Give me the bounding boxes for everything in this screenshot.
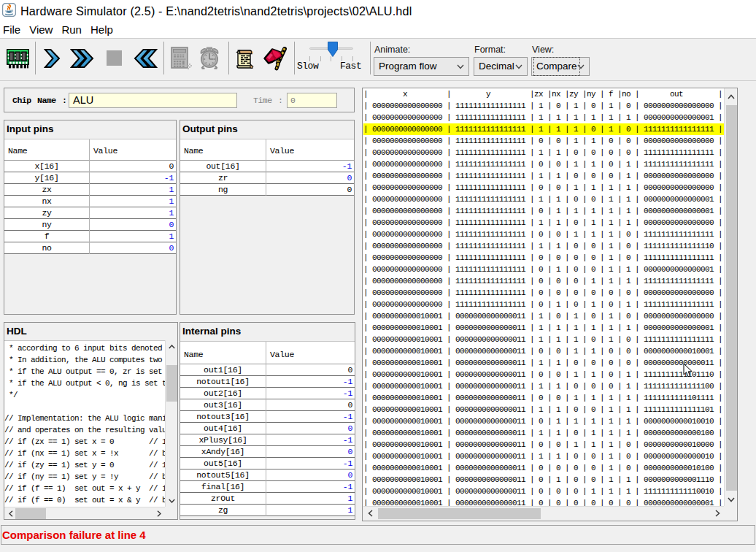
- hdl-source-view[interactable]: * according to 6 input bits denoted zx,n…: [4, 340, 165, 507]
- scrollbar-thumb[interactable]: [15, 508, 46, 519]
- pin-row[interactable]: out5[16]-1: [180, 458, 355, 469]
- compare-row: | 0000000000010001 | 0000000000000011 | …: [363, 357, 724, 369]
- pin-value: 0: [169, 242, 174, 253]
- status-bar: Comparison failure at line 4: [1, 525, 755, 545]
- pin-name: final[16]: [180, 481, 266, 492]
- pin-row[interactable]: final[16]-1: [180, 481, 355, 493]
- pin-row[interactable]: out1[16]0: [180, 364, 355, 376]
- pin-name: ny: [4, 219, 89, 230]
- pin-row[interactable]: ng0: [180, 184, 354, 196]
- pin-row[interactable]: notout5[16]0: [180, 469, 355, 481]
- pin-row[interactable]: x[16]0: [4, 161, 176, 172]
- internal-pins-table[interactable]: NameValueout1[16]0notout1[16]-1out2[16]-…: [180, 341, 355, 516]
- scrollbar-corner: [724, 506, 737, 519]
- pin-value: -1: [342, 161, 352, 172]
- column-header-value: Value: [270, 350, 294, 359]
- pin-name: out3[16]: [180, 399, 266, 410]
- breakpoints-flag-icon[interactable]: [263, 46, 288, 71]
- chip-header-panel: Chip Name : ALU Time : 0: [4, 88, 355, 112]
- pin-row[interactable]: notout3[16]-1: [180, 411, 355, 423]
- column-header-name: Name: [8, 146, 27, 156]
- clock-icon[interactable]: [198, 46, 220, 70]
- menu-bar: FileViewRunHelp: [0, 22, 756, 39]
- run-icon[interactable]: [70, 48, 95, 69]
- input-pins-table[interactable]: NameValuex[16]0y[16]-1zx1nx1zy1ny0f1no0: [4, 139, 176, 254]
- pin-name: nx: [4, 196, 89, 207]
- pin-row[interactable]: out4[16]0: [180, 423, 355, 434]
- pin-row[interactable]: zr0: [180, 172, 354, 184]
- output-pins-table[interactable]: NameValueout[16]-1zr0ng0: [180, 139, 354, 196]
- chip-name-input[interactable]: ALU: [69, 93, 237, 108]
- compare-horizontal-scrollbar[interactable]: [363, 506, 724, 519]
- pin-value: 0: [169, 219, 174, 230]
- compare-row: | 0000000000010001 | 0000000000000011 | …: [363, 369, 724, 380]
- pin-name: ng: [180, 184, 266, 195]
- scroll-right-button[interactable]: [153, 507, 165, 520]
- chevron-right-icon: [157, 510, 161, 517]
- time-input[interactable]: 0: [287, 93, 337, 108]
- scrollbar-thumb[interactable]: [726, 105, 737, 491]
- reset-icon[interactable]: [131, 48, 158, 69]
- chevron-left-icon: [9, 510, 13, 517]
- single-step-icon[interactable]: [44, 48, 61, 69]
- animate-dropdown[interactable]: Program flow: [374, 57, 469, 76]
- scroll-up-button[interactable]: [166, 340, 178, 353]
- compare-row: | 0000000000010001 | 0000000000000011 | …: [363, 334, 724, 345]
- scroll-left-button[interactable]: [363, 507, 377, 520]
- calculator-icon[interactable]: [171, 47, 193, 70]
- pin-row[interactable]: ny0: [4, 219, 176, 231]
- pin-row[interactable]: out3[16]0: [180, 399, 355, 411]
- hdl-line: // if (zx == 1) set x = 0 // 16-bit cons…: [4, 436, 165, 448]
- hdl-horizontal-scrollbar[interactable]: [4, 507, 165, 519]
- view-hdl-icon[interactable]: [236, 48, 255, 69]
- pin-row[interactable]: zx1: [4, 184, 176, 196]
- compare-table[interactable]: | x | y |zx |nx |zy |ny | f |no | out ||…: [363, 88, 724, 506]
- menu-help[interactable]: Help: [88, 22, 116, 38]
- menu-file[interactable]: File: [0, 22, 23, 38]
- pin-row[interactable]: xAndy[16]0: [180, 446, 355, 458]
- scrollbar-thumb[interactable]: [378, 508, 541, 519]
- view-dropdown[interactable]: Compare: [531, 57, 590, 76]
- pin-row[interactable]: out[16]-1: [180, 161, 354, 172]
- menu-view[interactable]: View: [26, 22, 55, 38]
- pin-row[interactable]: y[16]-1: [4, 172, 176, 184]
- load-chip-icon[interactable]: [7, 48, 30, 69]
- hdl-line: * according to 6 input bits denoted zx,n…: [4, 342, 165, 354]
- pin-name: notout1[16]: [180, 376, 266, 387]
- pin-value: 1: [347, 493, 352, 504]
- pin-name: no: [4, 242, 89, 253]
- output-pins-panel: Output pins NameValueout[16]-1zr0ng0: [180, 120, 355, 315]
- pin-row[interactable]: xPlusy[16]-1: [180, 434, 355, 446]
- chevron-up-icon: [728, 94, 735, 99]
- compare-row: | 0000000000000000 | 1111111111111111 | …: [363, 275, 724, 287]
- compare-vertical-scrollbar[interactable]: [724, 88, 737, 506]
- pin-row[interactable]: zy1: [4, 207, 176, 219]
- pin-row[interactable]: nx1: [4, 196, 176, 207]
- compare-row: | 0000000000010001 | 0000000000000011 | …: [363, 310, 724, 322]
- pin-row[interactable]: f1: [4, 231, 176, 242]
- hdl-line: * if the ALU output < 0, ng is set to 1;…: [4, 377, 165, 389]
- toolbar: Slow Fast Animate: Program flow Format: …: [0, 39, 756, 81]
- pin-name: zg: [180, 505, 266, 515]
- stop-icon[interactable]: [107, 50, 122, 66]
- hdl-vertical-scrollbar[interactable]: [165, 340, 177, 507]
- pin-row[interactable]: out2[16]-1: [180, 388, 355, 399]
- pin-row[interactable]: notout1[16]-1: [180, 376, 355, 388]
- pin-row[interactable]: zg1: [180, 505, 355, 516]
- compare-row: | 0000000000010001 | 0000000000000011 | …: [363, 345, 724, 357]
- title-bar: Hardware Simulator (2.5) - E:\nand2tetri…: [0, 0, 756, 22]
- compare-row: | 0000000000010001 | 0000000000000011 | …: [363, 486, 724, 497]
- scrollbar-thumb[interactable]: [166, 365, 177, 402]
- hdl-line: */: [4, 389, 165, 401]
- scroll-down-button[interactable]: [725, 493, 738, 506]
- scroll-down-button[interactable]: [166, 494, 178, 507]
- scroll-right-button[interactable]: [711, 507, 724, 520]
- pin-name: zx: [4, 184, 89, 195]
- format-dropdown[interactable]: Decimal: [474, 57, 528, 76]
- pin-row[interactable]: zrOut1: [180, 493, 355, 505]
- hdl-line: // if (f == 1) set out = x + y // intege…: [4, 483, 165, 494]
- scroll-up-button[interactable]: [725, 90, 738, 103]
- speed-slider-thumb[interactable]: [328, 42, 338, 57]
- pin-row[interactable]: no0: [4, 242, 176, 254]
- menu-run[interactable]: Run: [58, 22, 85, 38]
